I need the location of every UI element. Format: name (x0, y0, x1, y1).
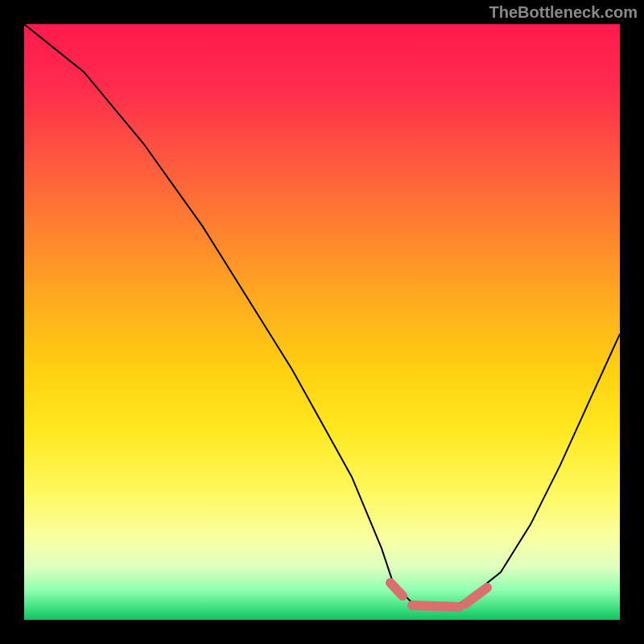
curve-right-branch (411, 334, 620, 608)
optimal-region-marker-mid (412, 605, 459, 607)
optimal-region-marker-right (465, 588, 487, 604)
watermark-text: TheBottleneck.com (489, 3, 638, 22)
curve-left-branch (24, 24, 411, 602)
plot-area (24, 24, 620, 620)
optimal-region-marker-left (390, 583, 402, 596)
curve-svg (24, 24, 620, 620)
